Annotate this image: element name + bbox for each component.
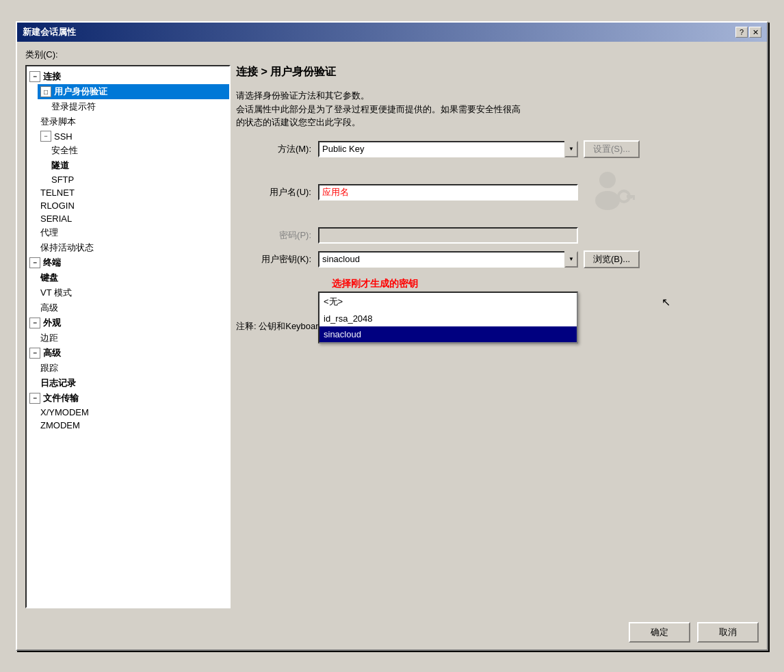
sidebar-label-vt-mode: VT 模式 bbox=[40, 287, 72, 299]
sidebar-label-serial: SERIAL bbox=[40, 214, 72, 224]
password-label: 密码(P): bbox=[236, 229, 318, 242]
sidebar-item-connect[interactable]: － 连接 bbox=[27, 69, 229, 84]
sidebar-item-security[interactable]: 安全性 bbox=[49, 143, 229, 158]
dropdown-item-none[interactable]: <无> bbox=[319, 293, 577, 311]
sidebar-label-tunnel: 隧道 bbox=[51, 159, 69, 172]
desc-line1: 请选择身份验证方法和其它参数。 bbox=[236, 89, 759, 103]
cursor-icon: ↖ bbox=[662, 296, 670, 309]
sidebar-item-trace[interactable]: 跟踪 bbox=[38, 361, 229, 376]
sidebar-item-terminal[interactable]: － 终端 bbox=[27, 255, 229, 270]
cancel-button[interactable]: 取消 bbox=[697, 622, 759, 643]
category-label: 类别(C): bbox=[25, 49, 759, 61]
sidebar-item-vt-mode[interactable]: VT 模式 bbox=[38, 285, 229, 300]
svg-rect-4 bbox=[633, 195, 635, 200]
userkey-select[interactable] bbox=[318, 251, 578, 268]
svg-rect-5 bbox=[629, 195, 632, 198]
expander-terminal[interactable]: － bbox=[29, 257, 40, 268]
browse-button[interactable]: 浏览(B)... bbox=[584, 250, 640, 268]
sidebar[interactable]: － 连接 □ 用户身份验证 登录提示符 登录脚本 － bbox=[25, 65, 231, 608]
sidebar-label-file-transfer: 文件传输 bbox=[43, 392, 79, 404]
right-panel: 连接 > 用户身份验证 请选择身份验证方法和其它参数。 会话属性中此部分是为了登… bbox=[236, 65, 759, 608]
sidebar-item-margin[interactable]: 边距 bbox=[38, 331, 229, 346]
ok-button[interactable]: 确定 bbox=[629, 622, 690, 643]
sidebar-label-log: 日志记录 bbox=[40, 377, 76, 389]
method-row: 方法(M): ▼ 设置(S)... bbox=[236, 140, 759, 158]
sidebar-item-serial[interactable]: SERIAL bbox=[38, 212, 229, 225]
expander-user-auth[interactable]: □ bbox=[40, 86, 51, 97]
main-content: － 连接 □ 用户身份验证 登录提示符 登录脚本 － bbox=[25, 65, 759, 608]
method-label: 方法(M): bbox=[236, 143, 318, 155]
sidebar-label-zmodem: ZMODEM bbox=[40, 420, 80, 430]
sidebar-item-appearance[interactable]: － 外观 bbox=[27, 315, 229, 331]
password-row: 密码(P): bbox=[236, 227, 759, 244]
settings-button[interactable]: 设置(S)... bbox=[584, 140, 640, 158]
method-select-wrapper[interactable]: ▼ bbox=[318, 141, 578, 157]
sidebar-item-rlogin[interactable]: RLOGIN bbox=[38, 199, 229, 212]
sidebar-label-advanced2: 高级 bbox=[43, 347, 61, 359]
dropdown-container: <无> id_rsa_2048 sinacloud ↖ 选择刚才生成的密钥 bbox=[236, 275, 759, 293]
sidebar-item-user-auth[interactable]: □ 用户身份验证 bbox=[38, 84, 229, 99]
sidebar-item-proxy[interactable]: 代理 bbox=[38, 225, 229, 240]
sidebar-label-telnet: TELNET bbox=[40, 188, 75, 198]
title-bar-buttons: ? ✕ bbox=[735, 27, 761, 38]
sidebar-item-keepalive[interactable]: 保持活动状态 bbox=[38, 240, 229, 255]
method-select[interactable] bbox=[318, 141, 578, 157]
expander-connect[interactable]: － bbox=[29, 71, 40, 82]
sidebar-item-tunnel[interactable]: 隧道 bbox=[49, 158, 229, 173]
sidebar-item-sftp[interactable]: SFTP bbox=[49, 173, 229, 186]
sidebar-label-connect: 连接 bbox=[43, 70, 61, 83]
sidebar-item-ssh[interactable]: － SSH bbox=[38, 129, 229, 143]
sidebar-label-login-script: 登录脚本 bbox=[40, 116, 76, 128]
dropdown-item-sinacloud[interactable]: sinacloud ↖ bbox=[319, 326, 577, 342]
sidebar-label-rlogin: RLOGIN bbox=[40, 201, 75, 211]
dialog-body: 类别(C): － 连接 □ 用户身份验证 登录提示符 bbox=[17, 42, 767, 615]
userkey-select-wrapper[interactable]: ▼ bbox=[318, 251, 578, 268]
username-row: 用户名(U): bbox=[236, 165, 759, 220]
sidebar-item-file-transfer[interactable]: － 文件传输 bbox=[27, 391, 229, 406]
dialog: 新建会话属性 ? ✕ 类别(C): － 连接 □ 用户身份验证 bbox=[16, 21, 768, 651]
sidebar-label-appearance: 外观 bbox=[43, 317, 61, 329]
svg-point-1 bbox=[595, 191, 620, 210]
sidebar-label-sftp: SFTP bbox=[51, 175, 74, 185]
password-input[interactable] bbox=[318, 227, 578, 244]
desc-line2: 会话属性中此部分是为了登录过程更便捷而提供的。如果需要安全性很高 bbox=[236, 103, 759, 116]
userkey-label: 用户密钥(K): bbox=[236, 253, 318, 266]
sidebar-item-xymodem[interactable]: X/YMODEM bbox=[38, 406, 229, 419]
sidebar-item-telnet[interactable]: TELNET bbox=[38, 186, 229, 199]
userkey-row: 用户密钥(K): ▼ 浏览(B)... bbox=[236, 250, 759, 268]
sidebar-label-keepalive: 保持活动状态 bbox=[40, 242, 94, 254]
form-area: 方法(M): ▼ 设置(S)... 用户名(U): bbox=[236, 140, 759, 609]
annotation-text: 选择刚才生成的密钥 bbox=[332, 278, 759, 290]
desc-line3: 的状态的话建议您空出此字段。 bbox=[236, 116, 759, 129]
sidebar-label-security: 安全性 bbox=[51, 144, 78, 157]
userkey-dropdown[interactable]: <无> id_rsa_2048 sinacloud ↖ bbox=[318, 292, 578, 344]
help-button[interactable]: ? bbox=[735, 27, 748, 38]
sidebar-item-login-prompt[interactable]: 登录提示符 bbox=[49, 99, 229, 114]
title-bar: 新建会话属性 ? ✕ bbox=[17, 23, 767, 42]
dialog-title: 新建会话属性 bbox=[23, 26, 76, 38]
sidebar-label-proxy: 代理 bbox=[40, 227, 58, 239]
sidebar-label-keyboard: 键盘 bbox=[40, 272, 58, 284]
username-input[interactable] bbox=[318, 184, 578, 201]
sidebar-item-log[interactable]: 日志记录 bbox=[38, 376, 229, 391]
username-label: 用户名(U): bbox=[236, 186, 318, 198]
sidebar-label-ssh: SSH bbox=[54, 131, 73, 142]
sidebar-item-advanced[interactable]: 高级 bbox=[38, 300, 229, 315]
expander-advanced2[interactable]: － bbox=[29, 348, 40, 359]
expander-appearance[interactable]: － bbox=[29, 318, 40, 328]
close-button[interactable]: ✕ bbox=[749, 27, 761, 38]
user-key-icon bbox=[587, 165, 635, 220]
user-key-icon-area bbox=[584, 165, 638, 220]
sidebar-item-advanced2[interactable]: － 高级 bbox=[27, 346, 229, 361]
expander-ssh[interactable]: － bbox=[40, 131, 51, 142]
panel-desc: 请选择身份验证方法和其它参数。 会话属性中此部分是为了登录过程更便捷而提供的。如… bbox=[236, 89, 759, 129]
sidebar-label-xymodem: X/YMODEM bbox=[40, 407, 89, 417]
dropdown-item-id-rsa[interactable]: id_rsa_2048 bbox=[319, 311, 577, 326]
method-select-container: ▼ 设置(S)... bbox=[318, 140, 759, 158]
expander-file-transfer[interactable]: － bbox=[29, 393, 40, 404]
sidebar-item-zmodem[interactable]: ZMODEM bbox=[38, 419, 229, 432]
sidebar-item-login-script[interactable]: 登录脚本 bbox=[38, 114, 229, 129]
sidebar-item-keyboard[interactable]: 键盘 bbox=[38, 270, 229, 285]
bottom-buttons: 确定 取消 bbox=[17, 615, 767, 649]
panel-header: 连接 > 用户身份验证 bbox=[236, 65, 759, 82]
